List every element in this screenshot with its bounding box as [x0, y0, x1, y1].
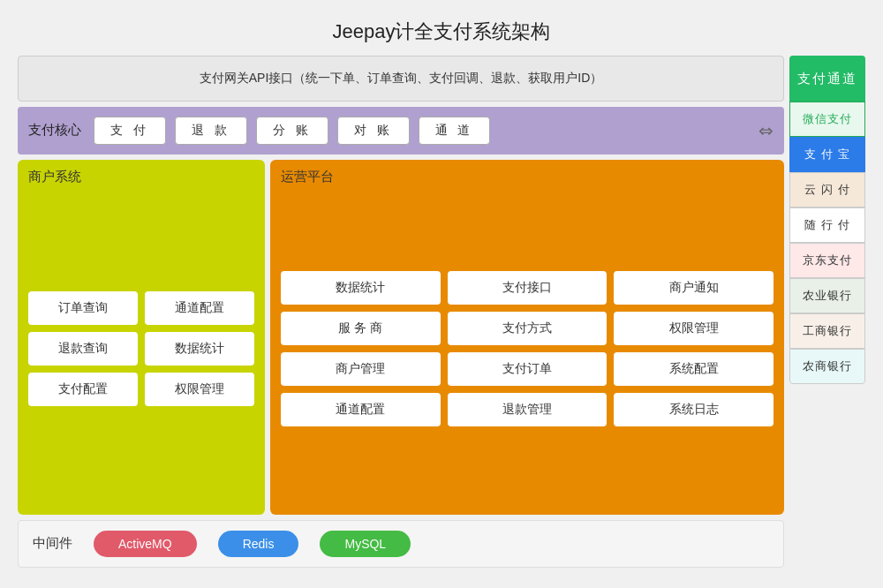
api-bar: 支付网关API接口（统一下单、订单查询、支付回调、退款、获取用户ID） [18, 56, 784, 102]
core-btn-reconcile[interactable]: 对 账 [337, 117, 410, 145]
middleware-activemq[interactable]: ActiveMQ [94, 531, 197, 557]
ops-platform-title: 运营平台 [281, 169, 774, 185]
ops-item-4[interactable]: 支付方式 [448, 312, 608, 345]
ops-item-9[interactable]: 通道配置 [281, 393, 441, 426]
ops-item-6[interactable]: 商户管理 [281, 352, 441, 386]
core-btn-channel[interactable]: 通 道 [419, 117, 491, 145]
content-area: 支付网关API接口（统一下单、订单查询、支付回调、退款、获取用户ID） 支付核心… [18, 56, 865, 568]
ops-item-2[interactable]: 商户通知 [614, 271, 774, 305]
core-btn-split[interactable]: 分 账 [256, 117, 328, 145]
merchant-item-5[interactable]: 权限管理 [145, 373, 254, 406]
page-title: Jeepay计全支付系统架构 [18, 19, 865, 45]
ops-item-7[interactable]: 支付订单 [448, 352, 608, 386]
main-container: Jeepay计全支付系统架构 支付网关API接口（统一下单、订单查询、支付回调、… [9, 10, 874, 579]
ops-item-10[interactable]: 退款管理 [448, 393, 608, 426]
core-btn-pay[interactable]: 支 付 [94, 117, 166, 145]
ops-item-8[interactable]: 系统配置 [614, 352, 774, 386]
merchant-system: 商户系统 订单查询 通道配置 退款查询 数据统计 支付配置 权限管理 [18, 160, 265, 515]
ops-item-0[interactable]: 数据统计 [281, 271, 441, 305]
left-panel: 支付网关API接口（统一下单、订单查询、支付回调、退款、获取用户ID） 支付核心… [18, 56, 784, 568]
ops-item-11[interactable]: 系统日志 [614, 393, 774, 426]
middleware-redis[interactable]: Redis [218, 531, 299, 557]
ops-item-3[interactable]: 服 务 商 [281, 312, 441, 345]
sidebar-nongye[interactable]: 农业银行 [789, 278, 865, 313]
sidebar-jd[interactable]: 京东支付 [789, 243, 865, 278]
merchant-item-2[interactable]: 退款查询 [28, 332, 138, 366]
api-bar-text: 支付网关API接口（统一下单、订单查询、支付回调、退款、获取用户ID） [200, 71, 603, 87]
arrow-icon: ⇔ [758, 120, 774, 141]
sidebar-alipay[interactable]: 支 付 宝 [789, 137, 865, 172]
ops-platform: 运营平台 数据统计 支付接口 商户通知 服 务 商 支付方式 权限管理 商户管理… [270, 160, 784, 515]
middleware-label: 中间件 [33, 535, 72, 552]
sidebar-header: 支付通道 [789, 56, 865, 102]
merchant-item-1[interactable]: 通道配置 [145, 291, 254, 325]
core-btn-refund[interactable]: 退 款 [175, 117, 247, 145]
merchant-system-title: 商户系统 [28, 169, 254, 185]
modules-row: 商户系统 订单查询 通道配置 退款查询 数据统计 支付配置 权限管理 运营平台 … [18, 160, 784, 515]
core-bar: 支付核心 支 付 退 款 分 账 对 账 通 道 ⇔ [18, 107, 784, 155]
merchant-item-4[interactable]: 支付配置 [28, 373, 138, 406]
ops-item-5[interactable]: 权限管理 [614, 312, 774, 345]
sidebar-yunshan[interactable]: 云 闪 付 [789, 172, 865, 207]
sidebar-nongshang[interactable]: 农商银行 [789, 349, 865, 384]
merchant-grid: 订单查询 通道配置 退款查询 数据统计 支付配置 权限管理 [28, 192, 254, 506]
middleware-bar: 中间件 ActiveMQ Redis MySQL [18, 520, 784, 568]
middleware-mysql[interactable]: MySQL [320, 531, 411, 557]
sidebar-gongshang[interactable]: 工商银行 [789, 313, 865, 349]
ops-grid: 数据统计 支付接口 商户通知 服 务 商 支付方式 权限管理 商户管理 支付订单… [281, 192, 774, 506]
merchant-item-3[interactable]: 数据统计 [145, 332, 254, 366]
core-label: 支付核心 [28, 122, 81, 139]
ops-item-1[interactable]: 支付接口 [448, 271, 608, 305]
sidebar-wechat[interactable]: 微信支付 [789, 102, 865, 137]
right-sidebar: 支付通道 微信支付 支 付 宝 云 闪 付 随 行 付 京东支付 农业银行 工商… [789, 56, 865, 568]
sidebar-suifu[interactable]: 随 行 付 [789, 207, 865, 243]
merchant-item-0[interactable]: 订单查询 [28, 291, 138, 325]
